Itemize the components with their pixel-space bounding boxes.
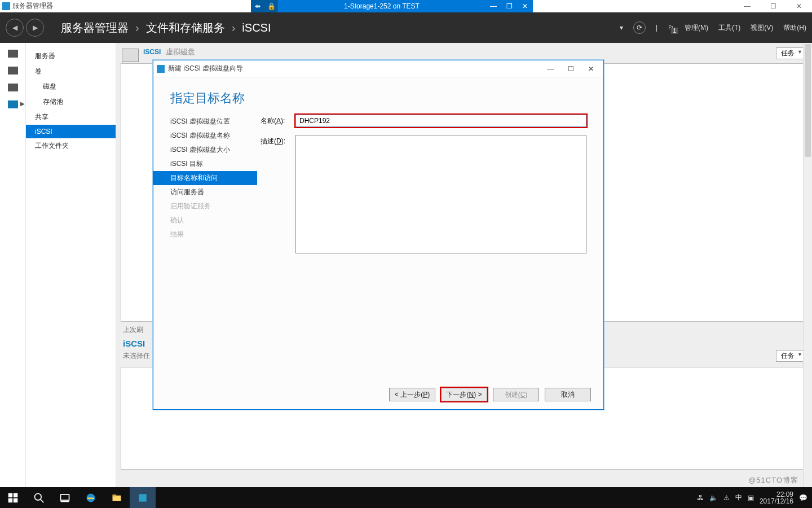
taskview-icon[interactable] xyxy=(52,487,78,508)
crumb-node[interactable]: 文件和存储服务 xyxy=(146,20,225,36)
nav-forward-button[interactable]: ▶ xyxy=(26,19,44,37)
notifications-flag-icon[interactable]: 🏳 1 xyxy=(668,24,674,32)
scrollbar-thumb[interactable] xyxy=(805,44,811,157)
create-button: 创建(C) xyxy=(493,388,539,401)
vm-close-button[interactable]: ✕ xyxy=(517,2,533,10)
server-manager-taskbar-icon[interactable] xyxy=(130,487,156,508)
svg-rect-11 xyxy=(139,494,146,501)
nav-volumes[interactable]: 卷 xyxy=(26,64,116,79)
panel-title: iSCSI xyxy=(143,48,161,56)
crumb-leaf[interactable]: iSCSI xyxy=(242,21,271,34)
wizard-title: 新建 iSCSI 虚拟磁盘向导 xyxy=(168,64,243,73)
nav-servers[interactable]: 服务器 xyxy=(26,49,116,64)
chevron-right-icon: › xyxy=(135,21,139,34)
server-manager-header: ◀ ▶ 服务器管理器 › 文件和存储服务 › iSCSI ▾ ⟳ | 🏳 1 管… xyxy=(0,12,812,43)
svg-rect-0 xyxy=(8,493,13,497)
search-icon[interactable] xyxy=(26,487,52,508)
taskbar: 🖧 🔈 ⚠ 中 ▣ 22:09 2017/12/16 💬 xyxy=(0,487,812,508)
next-button[interactable]: 下一步(N) > xyxy=(441,388,487,401)
vm-title: 1-Storage1-252 on TEST xyxy=(278,2,486,10)
content-scrollbar[interactable] xyxy=(803,43,812,487)
tray-notifications-icon[interactable]: 💬 xyxy=(799,494,807,502)
watermark: @51CTO博客 xyxy=(748,475,798,485)
refresh-icon[interactable]: ⟳ xyxy=(633,21,646,34)
wizard-heading: 指定目标名称 xyxy=(153,77,603,115)
step-location[interactable]: iSCSI 虚拟磁盘位置 xyxy=(170,115,249,129)
wizard-close-button[interactable]: ✕ xyxy=(582,62,600,76)
nav-shares[interactable]: 共享 xyxy=(26,110,116,125)
nav-workfolders[interactable]: 工作文件夹 xyxy=(26,138,116,154)
nav-pools[interactable]: 存储池 xyxy=(26,94,116,110)
cancel-button[interactable]: 取消 xyxy=(545,388,591,401)
step-size[interactable]: iSCSI 虚拟磁盘大小 xyxy=(170,143,249,157)
tray-volume-icon[interactable]: 🔈 xyxy=(709,494,718,502)
step-auth: 启用验证服务 xyxy=(170,199,249,213)
panel-subtitle: 虚拟磁盘 xyxy=(166,47,195,56)
panel-heading: iSCSI 虚拟磁盘 xyxy=(143,46,195,57)
tray-ime[interactable]: 中 xyxy=(735,493,742,502)
menu-tools[interactable]: 工具(T) xyxy=(718,23,740,33)
svg-rect-6 xyxy=(61,494,69,500)
svg-rect-3 xyxy=(14,498,18,502)
host-minimize-button[interactable]: — xyxy=(734,0,760,12)
wizard-steps: iSCSI 虚拟磁盘位置 iSCSI 虚拟磁盘名称 iSCSI 虚拟磁盘大小 i… xyxy=(153,115,249,380)
pin-icon[interactable]: ⇹ xyxy=(251,0,264,12)
tray-date: 2017/12/16 xyxy=(760,498,793,505)
tray-shield-icon[interactable]: ⚠ xyxy=(723,494,730,502)
panel2-title: iSCSI xyxy=(123,339,145,348)
wizard-maximize-button[interactable]: ☐ xyxy=(562,62,580,76)
wizard-footer: < 上一步(P) 下一步(N) > 创建(C) 取消 xyxy=(389,388,591,401)
svg-rect-1 xyxy=(14,493,18,497)
divider: | xyxy=(656,24,657,32)
lock-icon[interactable]: 🔒 xyxy=(264,0,278,12)
ie-icon[interactable] xyxy=(78,487,104,508)
menu-help[interactable]: 帮助(H) xyxy=(783,23,806,33)
tasks-dropdown-2[interactable]: 任务 xyxy=(776,350,805,362)
server-manager-icon xyxy=(2,2,10,10)
tray-network-icon[interactable]: 🖧 xyxy=(697,494,704,502)
step-target[interactable]: iSCSI 目标 xyxy=(170,157,249,171)
host-close-button[interactable]: ✕ xyxy=(786,0,812,12)
host-maximize-button[interactable]: ☐ xyxy=(760,0,786,12)
menu-manage[interactable]: 管理(M) xyxy=(685,23,708,33)
svg-point-4 xyxy=(35,493,42,500)
desc-label: 描述(D): xyxy=(261,135,295,146)
svg-line-5 xyxy=(41,499,44,502)
side-nav: 服务器 卷 磁盘 存储池 共享 iSCSI 工作文件夹 xyxy=(26,43,116,487)
wizard-form: 名称(A): 描述(D): xyxy=(249,115,603,380)
nav-iscsi[interactable]: iSCSI xyxy=(26,125,116,138)
menu-view[interactable]: 视图(V) xyxy=(751,23,773,33)
last-refresh-label: 上次刷 xyxy=(123,325,143,335)
dropdown-icon[interactable]: ▾ xyxy=(620,24,623,32)
prev-button[interactable]: < 上一步(P) xyxy=(389,388,435,401)
explorer-icon[interactable] xyxy=(104,487,130,508)
system-tray: 🖧 🔈 ⚠ 中 ▣ 22:09 2017/12/16 💬 xyxy=(697,491,812,505)
tray-ime-icon[interactable]: ▣ xyxy=(748,494,754,502)
target-name-input[interactable] xyxy=(295,115,586,127)
tray-clock[interactable]: 22:09 2017/12/16 xyxy=(760,491,793,505)
step-diskname[interactable]: iSCSI 虚拟磁盘名称 xyxy=(170,129,249,143)
nav-back-button[interactable]: ◀ xyxy=(6,19,24,37)
tasks-dropdown-1[interactable]: 任务 xyxy=(776,47,805,59)
icon-rail xyxy=(0,43,26,487)
step-targetname[interactable]: 目标名称和访问 xyxy=(153,171,257,185)
tile-icon[interactable] xyxy=(122,49,139,62)
svg-rect-2 xyxy=(8,498,13,502)
vm-minimize-button[interactable]: — xyxy=(486,2,501,10)
svg-rect-10 xyxy=(113,494,117,496)
step-access[interactable]: 访问服务器 xyxy=(170,185,249,199)
start-button[interactable] xyxy=(0,487,26,508)
breadcrumb: 服务器管理器 › 文件和存储服务 › iSCSI xyxy=(58,20,274,36)
panel2-subtitle: 未选择任 xyxy=(123,351,150,361)
target-desc-textarea[interactable] xyxy=(295,135,586,253)
rail-allservers-icon[interactable] xyxy=(8,84,18,91)
rail-dashboard-icon[interactable] xyxy=(8,50,18,58)
crumb-root[interactable]: 服务器管理器 xyxy=(61,20,129,36)
nav-disks[interactable]: 磁盘 xyxy=(26,79,116,94)
rail-local-icon[interactable] xyxy=(8,67,18,75)
wizard-minimize-button[interactable]: — xyxy=(541,62,559,76)
vm-restore-button[interactable]: ❐ xyxy=(501,2,517,10)
rail-filestorage-icon[interactable] xyxy=(8,100,18,108)
step-confirm: 确认 xyxy=(170,213,249,227)
vm-connection-bar: ⇹ 🔒 1-Storage1-252 on TEST — ❐ ✕ xyxy=(251,0,533,12)
